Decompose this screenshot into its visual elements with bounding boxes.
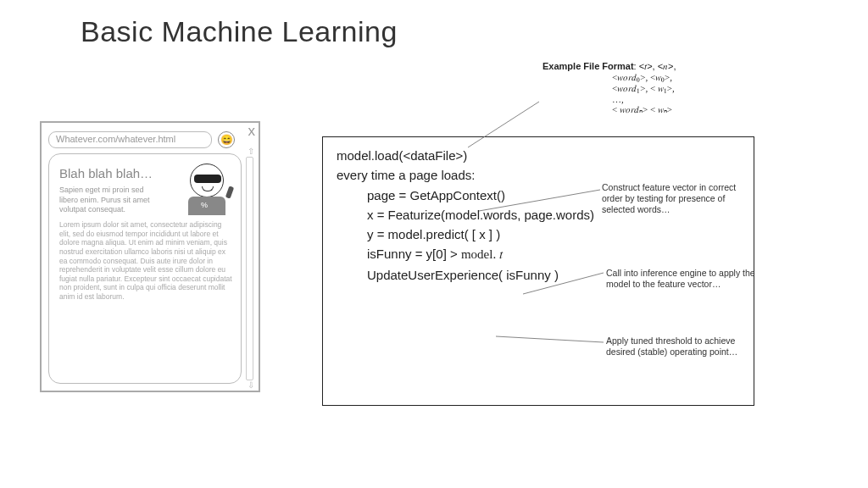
content-lorem: Lorem ipsum dolor sit amet, consectetur … bbox=[59, 220, 232, 302]
scrollbar bbox=[246, 157, 253, 380]
annotation-predict: Call into inference engine to apply the … bbox=[606, 268, 763, 290]
file-format-line0: : <𝑡>, <𝑛>, bbox=[634, 61, 676, 71]
avatar-percent-icon: % bbox=[201, 201, 208, 209]
code-line-8: y = model.predict( [ x ] ) bbox=[337, 225, 740, 244]
url-bar: Whatever.com/whatever.html bbox=[48, 131, 212, 148]
file-format-line3: …, bbox=[542, 94, 729, 104]
page-title: Basic Machine Learning bbox=[81, 15, 398, 48]
smile-icon: 😄 bbox=[220, 134, 233, 146]
code-line-1: model.load(<dataFile>) bbox=[337, 146, 740, 165]
annotation-featurize: Construct feature vector in correct orde… bbox=[602, 182, 759, 215]
file-format-line4: < 𝑤𝑜𝑟𝑑ₙ> < 𝑤ₙ> bbox=[542, 104, 729, 115]
file-format-label: Example File Format bbox=[542, 61, 634, 71]
browser-mockup: x Whatever.com/whatever.html 😄 ⇧ ⇩ Blah … bbox=[40, 121, 260, 392]
file-format-line2: <𝑤𝑜𝑟𝑑₁>, < 𝑤₁>, bbox=[542, 83, 729, 94]
scroll-down-icon: ⇩ bbox=[248, 380, 254, 390]
content-subtext: Sapien eget mi proin sed libero enim. Pu… bbox=[59, 186, 161, 215]
annotation-threshold: Apply tuned threshold to achieve desired… bbox=[606, 336, 763, 358]
scroll-up-icon: ⇧ bbox=[248, 147, 254, 156]
avatar: % bbox=[182, 164, 231, 216]
file-format-note: Example File Format: <𝑡>, <𝑛>, <𝑤𝑜𝑟𝑑₀>, … bbox=[542, 61, 729, 115]
emoji-button: 😄 bbox=[218, 131, 235, 148]
code-line-10: isFunny = y[0] > model. 𝑡 bbox=[337, 244, 740, 264]
close-icon: x bbox=[248, 123, 256, 140]
file-format-line1: <𝑤𝑜𝑟𝑑₀>, <𝑤₀>, bbox=[542, 72, 729, 83]
